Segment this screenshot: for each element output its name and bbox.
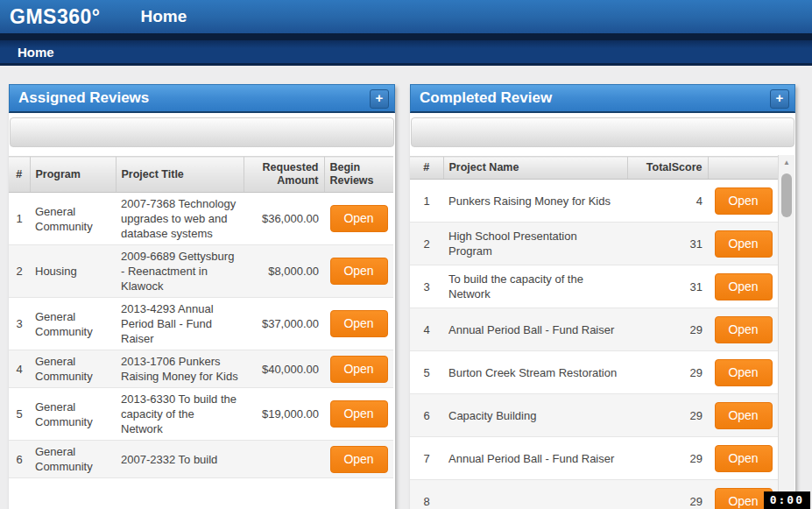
program-cell: Housing: [30, 245, 116, 298]
row-number: 1: [9, 193, 30, 245]
score-cell: 31: [627, 265, 708, 308]
scrollbar-thumb[interactable]: [781, 173, 792, 217]
header-divider: [0, 33, 812, 40]
open-button[interactable]: Open: [330, 446, 388, 473]
project-name-cell: Annual Period Ball - Fund Raiser: [443, 308, 627, 351]
assigned-reviews-table: # Program Project Title Requested Amount…: [9, 156, 393, 478]
table-row: 7 Annual Period Ball - Fund Raiser 29 Op…: [410, 437, 779, 480]
project-name-cell: Capacity Building: [443, 394, 627, 437]
app-logo: GMS360°: [10, 5, 100, 29]
open-button[interactable]: Open: [715, 230, 773, 258]
amount-cell: $8,000.00: [244, 245, 324, 298]
open-button[interactable]: Open: [330, 310, 388, 337]
recording-timer-badge: 0:00: [764, 491, 810, 509]
row-number: 2: [410, 223, 443, 265]
amount-cell: $19,000.00: [244, 388, 324, 441]
column-header-program[interactable]: Program: [30, 157, 116, 193]
nav-item-home[interactable]: Home: [18, 45, 54, 60]
score-cell: 29: [627, 394, 708, 437]
row-number: 3: [9, 298, 30, 350]
column-header-requested-amount[interactable]: Requested Amount: [244, 157, 324, 193]
project-title-cell: 2007-2332 To build: [116, 441, 244, 478]
score-cell: 29: [627, 437, 708, 480]
assigned-reviews-title: Assigned Reviews: [10, 89, 149, 106]
score-cell: 4: [627, 180, 708, 223]
project-name-cell: [443, 480, 627, 509]
program-cell: General Community: [30, 388, 116, 441]
completed-toolbar-strip: [411, 117, 794, 147]
score-cell: 29: [627, 308, 708, 351]
row-number: 1: [410, 180, 443, 223]
open-button[interactable]: Open: [715, 316, 773, 343]
column-header-project-title[interactable]: Project Title: [116, 157, 244, 193]
open-button[interactable]: Open: [330, 400, 388, 428]
open-button[interactable]: Open: [715, 402, 773, 429]
main-nav: Home: [0, 40, 812, 66]
row-number: 5: [9, 388, 30, 441]
program-cell: General Community: [30, 441, 116, 478]
table-row: 6 General Community 2007-2332 To build O…: [9, 441, 393, 478]
open-button[interactable]: Open: [330, 205, 388, 232]
add-icon[interactable]: +: [370, 89, 389, 109]
column-header-project-name[interactable]: Project Name: [443, 157, 627, 180]
table-row: 5 Burton Creek Stream Restoration 29 Ope…: [410, 351, 779, 394]
completed-review-table: # Project Name TotalScore 1 Punkers Rais…: [410, 156, 779, 509]
program-cell: General Community: [30, 193, 116, 245]
row-number: 6: [9, 441, 30, 478]
assigned-reviews-header: Assigned Reviews +: [9, 84, 395, 113]
top-app-bar: GMS360° Home: [0, 0, 812, 33]
assigned-reviews-panel: Assigned Reviews + # Program Project Tit…: [9, 84, 395, 509]
table-row: 1 General Community 2007-7368 Technology…: [9, 193, 393, 245]
table-row: 8 29 Open: [410, 480, 779, 509]
project-title-cell: 2013-6330 To build the capacity of the N…: [116, 388, 244, 441]
row-number: 4: [410, 308, 443, 351]
project-name-cell: Punkers Raising Money for Kids: [443, 180, 627, 223]
table-row: 3 To build the capacity of the Network 3…: [410, 265, 779, 308]
row-number: 4: [9, 350, 30, 388]
project-title-cell: 2013-1706 Punkers Raising Money for Kids: [116, 350, 244, 388]
row-number: 3: [410, 265, 443, 308]
open-button[interactable]: Open: [715, 187, 773, 215]
amount-cell: [244, 441, 324, 478]
completed-review-panel: Completed Review + # Project Name TotalS…: [410, 84, 795, 509]
program-cell: General Community: [30, 298, 116, 350]
program-cell: General Community: [30, 350, 116, 388]
table-row: 6 Capacity Building 29 Open: [410, 394, 779, 437]
table-row: 3 General Community 2013-4293 Annual Per…: [9, 298, 393, 350]
column-header-total-score[interactable]: TotalScore: [627, 157, 708, 180]
row-number: 5: [410, 351, 443, 394]
table-row: 2 Housing 2009-6689 Gettysburg - Reenact…: [9, 245, 393, 298]
open-button[interactable]: Open: [715, 273, 773, 300]
row-number: 7: [410, 437, 443, 480]
column-header-begin-reviews[interactable]: Begin Reviews: [324, 157, 393, 193]
row-number: 8: [410, 480, 443, 509]
column-header-num[interactable]: #: [410, 157, 443, 180]
completed-review-header: Completed Review +: [410, 84, 795, 113]
table-row: 4 Annual Period Ball - Fund Raiser 29 Op…: [410, 308, 779, 351]
open-button[interactable]: Open: [330, 258, 388, 285]
open-button[interactable]: Open: [715, 445, 773, 472]
amount-cell: $40,000.00: [244, 350, 324, 388]
page-title: Home: [140, 7, 187, 26]
table-row: 4 General Community 2013-1706 Punkers Ra…: [9, 350, 393, 388]
row-number: 2: [9, 245, 30, 298]
completed-header-row: # Project Name TotalScore: [410, 157, 779, 180]
column-header-num[interactable]: #: [9, 157, 30, 193]
amount-cell: $37,000.00: [244, 298, 324, 350]
project-title-cell: 2013-4293 Annual Period Ball - Fund Rais…: [116, 298, 244, 350]
project-title-cell: 2009-6689 Gettysburg - Reenactment in Kl…: [116, 245, 244, 298]
vertical-scrollbar[interactable]: ▲: [778, 155, 794, 509]
project-name-cell: High School Presentation Program: [443, 223, 627, 265]
assigned-toolbar-strip: [10, 117, 394, 147]
scroll-up-icon[interactable]: ▲: [779, 155, 794, 170]
column-header-action[interactable]: [708, 157, 779, 180]
score-cell: 29: [627, 480, 708, 509]
project-name-cell: Burton Creek Stream Restoration: [443, 351, 627, 394]
open-button[interactable]: Open: [715, 359, 773, 386]
score-cell: 31: [627, 223, 708, 265]
assigned-header-row: # Program Project Title Requested Amount…: [9, 157, 393, 193]
project-name-cell: To build the capacity of the Network: [443, 265, 627, 308]
add-icon[interactable]: +: [770, 89, 789, 109]
open-button[interactable]: Open: [330, 356, 388, 383]
project-title-cell: 2007-7368 Technology upgrades to web and…: [116, 193, 244, 245]
